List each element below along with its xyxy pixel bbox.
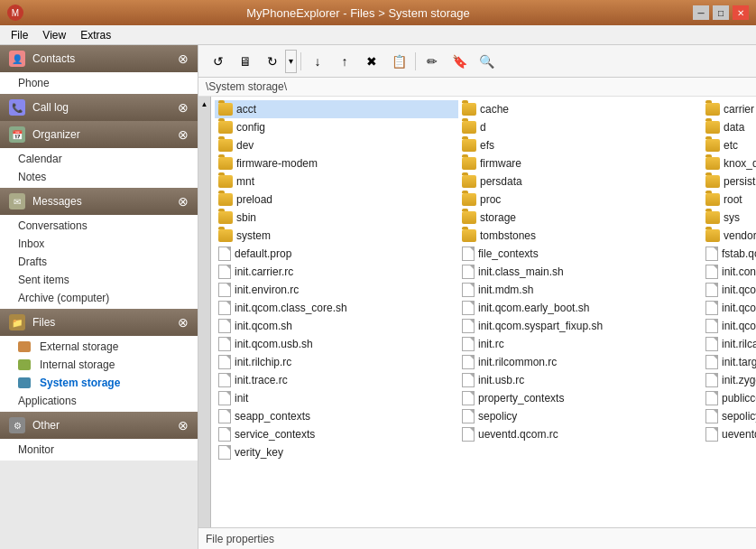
file-item-sepolicy-version[interactable]: sepolicy_version [702,407,756,425]
sidebar-header-files[interactable]: 📁 Files ⊗ [0,309,198,336]
file-item-init-mdm-sh[interactable]: init.mdm.sh [458,281,702,299]
file-item-config[interactable]: config [215,118,458,136]
file-item-etc[interactable]: etc [702,136,756,154]
tb-reload-dd[interactable]: ▾ [285,50,297,73]
file-item-init-qcom-factory-sh[interactable]: init.qcom.factory.sh [702,299,756,317]
tb-home-button[interactable]: 🖥 [233,50,258,73]
file-item-init-rc[interactable]: init.rc [458,335,702,353]
sidebar-item-phone[interactable]: Phone [0,74,198,92]
file-item-persist[interactable]: persist [702,172,756,191]
sidebar-header-calllog[interactable]: 📞 Call log ⊗ [0,94,198,121]
menu-file[interactable]: File [4,27,35,43]
file-item-init-class-main-sh[interactable]: init.class_main.sh [458,263,702,281]
sidebar-item-monitor[interactable]: Monitor [0,441,198,459]
file-item-service-contexts[interactable]: service_contexts [215,425,458,443]
file-item-file-contexts[interactable]: file_contexts [458,245,702,263]
file-item-vendor[interactable]: vendor [702,227,756,245]
file-item-init-zygote32-rc[interactable]: init.zygote32.rc [702,371,756,389]
maximize-button[interactable]: □ [713,5,729,20]
file-item-proc[interactable]: proc [458,191,702,209]
sidebar-item-archive[interactable]: Archive (computer) [0,289,198,307]
file-icon-verity-key [218,445,231,460]
file-item-root[interactable]: root [702,191,756,209]
sidebar-item-sent[interactable]: Sent items [0,271,198,289]
sidebar-header-other[interactable]: ⚙ Other ⊗ [0,412,198,439]
minimize-button[interactable]: ─ [693,5,709,20]
sidebar-item-inbox[interactable]: Inbox [0,235,198,253]
file-item-property-contexts[interactable]: property_contexts [458,389,702,407]
tb-edit-button[interactable]: ✏ [419,50,445,73]
file-item-init-qcom-early-boot-sh[interactable]: init.qcom.early_boot.sh [458,299,702,317]
file-item-efs[interactable]: efs [458,136,702,154]
file-item-sys[interactable]: sys [702,209,756,227]
tb-delete-button[interactable]: ✖ [359,50,384,73]
sidebar-header-contacts[interactable]: 👤 Contacts ⊗ [0,45,198,72]
file-item-ueventd-qcom-rc[interactable]: ueventd.qcom.rc [458,425,702,443]
file-item-data[interactable]: data [702,118,756,136]
sidebar-item-drafts[interactable]: Drafts [0,253,198,271]
tb-upload-button[interactable]: ↑ [332,50,357,73]
file-item-sepolicy[interactable]: sepolicy [458,407,702,425]
file-item-firmware-modem[interactable]: firmware-modem [215,154,458,172]
file-item-verity-key[interactable]: verity_key [215,443,458,461]
close-button[interactable]: ✕ [733,5,749,20]
file-item-init-qcom-usb-sh[interactable]: init.qcom.usb.sh [215,335,458,353]
sidebar-item-applications[interactable]: Applications [0,392,198,410]
file-item-preload[interactable]: preload [215,191,458,209]
file-item-cache[interactable]: cache [458,100,702,118]
file-item-init-qcom-sh[interactable]: init.qcom.sh [215,317,458,335]
file-item-seapp-contexts[interactable]: seapp_contexts [215,407,458,425]
file-item-init-qcom-class-core-sh[interactable]: init.qcom.class_core.sh [215,299,458,317]
file-item-dev[interactable]: dev [215,136,458,154]
file-item-acct[interactable]: acct [215,100,458,118]
file-item-ueventd-rc[interactable]: ueventd.rc [702,425,756,443]
file-item-init-trace-rc[interactable]: init.trace.rc [215,371,458,389]
sidebar-header-organizer[interactable]: 📅 Organizer ⊗ [0,121,198,148]
file-item-mnt[interactable]: mnt [215,172,458,191]
sidebar-item-notes[interactable]: Notes [0,168,198,186]
file-item-init-qcom-usb-rc[interactable]: init.qcom.usb.rc [702,317,756,335]
menu-extras[interactable]: Extras [73,27,118,43]
file-item-d[interactable]: d [458,118,702,136]
tb-bookmark-button[interactable]: 🔖 [447,50,472,73]
sidebar-item-system-storage[interactable]: System storage [0,374,198,392]
file-item-storage[interactable]: storage [458,209,702,227]
file-item-fstab-qcom[interactable]: fstab.qcom [702,245,756,263]
folder-icon-persist [705,175,720,188]
sidebar-item-internal-storage[interactable]: Internal storage [0,356,198,374]
file-item-init-container-rc[interactable]: init.container.rc [702,263,756,281]
file-item-init-rilchip-rc[interactable]: init.rilchip.rc [215,353,458,371]
file-item-system[interactable]: system [215,227,458,245]
file-item-init[interactable]: init [215,389,458,407]
file-icon-init-qcom-sh [218,319,231,333]
file-item-knox-data[interactable]: knox_data [702,154,756,172]
file-item-tombstones[interactable]: tombstones [458,227,702,245]
tb-search-button[interactable]: 🔍 [474,50,499,73]
file-item-init-qcom-syspart-fixup-sh[interactable]: init.qcom.syspart_fixup.sh [458,317,702,335]
file-item-persdata[interactable]: persdata [458,172,702,191]
tb-refresh-button[interactable]: ↺ [206,50,231,73]
sidebar-item-calendar[interactable]: Calendar [0,150,198,168]
sidebar-item-conversations[interactable]: Conversations [0,217,198,235]
file-item-init-environ-rc[interactable]: init.environ.rc [215,281,458,299]
file-list-container[interactable]: acct cache carrier config [211,97,756,527]
file-item-init-target-rc[interactable]: init.target.rc [702,353,756,371]
sidebar-item-external-storage[interactable]: External storage [0,338,198,356]
tb-reload-button[interactable]: ↻ [260,50,285,73]
file-item-init-rilcarrier-rc[interactable]: init.rilcarrier.rc [702,335,756,353]
file-item-init-usb-rc[interactable]: init.usb.rc [458,371,702,389]
file-item-publiccert-pem[interactable]: publiccert.pem [702,389,756,407]
file-item-init-qcom-bms-sh[interactable]: init.qcom.bms.sh [702,281,756,299]
tb-download-button[interactable]: ↓ [305,50,330,73]
menubar: File View Extras [0,25,756,45]
sidebar-header-messages[interactable]: ✉ Messages ⊗ [0,188,198,215]
file-item-default-prop[interactable]: default.prop [215,245,458,263]
file-item-init-carrier-rc[interactable]: init.carrier.rc [215,263,458,281]
tb-copy-button[interactable]: 📋 [386,50,411,73]
menu-view[interactable]: View [35,27,73,43]
file-item-sbin[interactable]: sbin [215,209,458,227]
file-item-carrier[interactable]: carrier [702,100,756,118]
file-item-init-rilcommon-rc[interactable]: init.rilcommon.rc [458,353,702,371]
file-item-firmware[interactable]: firmware [458,154,702,172]
scroll-left-indicator: ▲ [198,97,211,527]
